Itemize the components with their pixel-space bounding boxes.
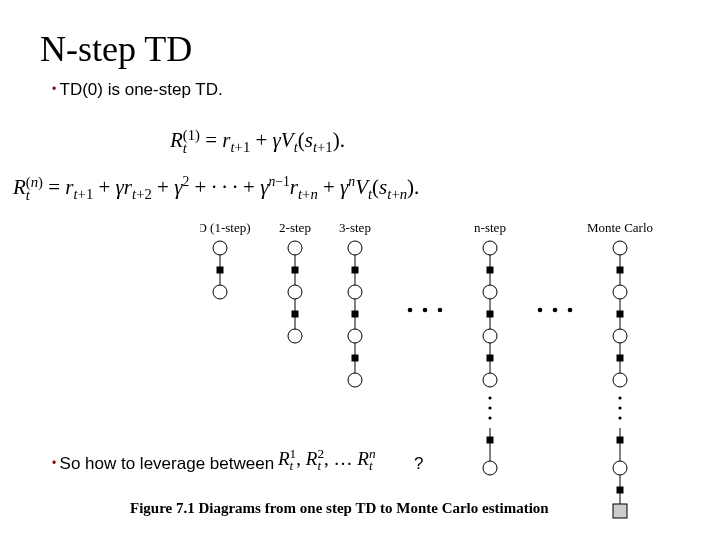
svg-point-11 [348, 241, 362, 255]
col-label-td1: TD (1-step) [200, 220, 251, 235]
svg-rect-12 [352, 267, 359, 274]
col-mc [613, 241, 627, 518]
ellipsis-2 [538, 308, 573, 313]
svg-rect-42 [617, 311, 624, 318]
col-3step [348, 241, 362, 387]
question-mark: ? [414, 454, 423, 474]
svg-point-3 [213, 285, 227, 299]
svg-point-30 [488, 406, 491, 409]
svg-rect-25 [487, 311, 494, 318]
svg-point-43 [613, 329, 627, 343]
svg-point-37 [568, 308, 573, 313]
svg-point-36 [553, 308, 558, 313]
col-nstep [483, 241, 497, 475]
svg-point-48 [618, 416, 621, 419]
r-sequence: R1t, R2t, … Rnt [278, 448, 376, 472]
svg-rect-53 [613, 504, 627, 518]
svg-point-22 [483, 241, 497, 255]
svg-rect-44 [617, 355, 624, 362]
col-label-3step: 3-step [339, 220, 371, 235]
col-label-2step: 2-step [279, 220, 311, 235]
svg-point-20 [438, 308, 443, 313]
svg-rect-14 [352, 311, 359, 318]
bullet-leverage: So how to leverage between [52, 454, 274, 474]
svg-point-15 [348, 329, 362, 343]
col-label-nstep: n-step [474, 220, 506, 235]
svg-rect-8 [292, 311, 299, 318]
backup-diagram: TD (1-step) 2-step 3-step n-step Monte C… [200, 220, 660, 530]
svg-point-39 [613, 241, 627, 255]
svg-point-34 [483, 461, 497, 475]
equation-r1: R(1)t = rt+1 + γVt(st+1). [170, 128, 345, 155]
svg-rect-33 [487, 437, 494, 444]
svg-point-5 [288, 241, 302, 255]
svg-point-19 [423, 308, 428, 313]
svg-point-47 [618, 406, 621, 409]
col-2step [288, 241, 302, 343]
svg-point-9 [288, 329, 302, 343]
svg-point-28 [483, 373, 497, 387]
figure-caption: Figure 7.1 Diagrams from one step TD to … [130, 500, 549, 517]
svg-point-24 [483, 285, 497, 299]
svg-point-35 [538, 308, 543, 313]
svg-point-41 [613, 285, 627, 299]
col-label-mc: Monte Carlo [587, 220, 653, 235]
svg-rect-52 [617, 487, 624, 494]
svg-rect-50 [617, 437, 624, 444]
svg-rect-40 [617, 267, 624, 274]
svg-point-31 [488, 416, 491, 419]
slide-title: N-step TD [40, 28, 680, 70]
svg-point-45 [613, 373, 627, 387]
svg-point-7 [288, 285, 302, 299]
svg-rect-23 [487, 267, 494, 274]
svg-point-46 [618, 396, 621, 399]
svg-point-18 [408, 308, 413, 313]
equation-rn: R(n)t = rt+1 + γrt+2 + γ2 + · · · + γn−1… [13, 175, 419, 202]
svg-point-29 [488, 396, 491, 399]
svg-rect-2 [217, 267, 224, 274]
svg-rect-6 [292, 267, 299, 274]
svg-rect-27 [487, 355, 494, 362]
svg-point-51 [613, 461, 627, 475]
bullet-td0: TD(0) is one-step TD. [52, 80, 680, 100]
ellipsis-1 [408, 308, 443, 313]
svg-point-1 [213, 241, 227, 255]
svg-point-13 [348, 285, 362, 299]
svg-point-26 [483, 329, 497, 343]
svg-point-17 [348, 373, 362, 387]
svg-rect-16 [352, 355, 359, 362]
col-td1 [213, 241, 227, 299]
